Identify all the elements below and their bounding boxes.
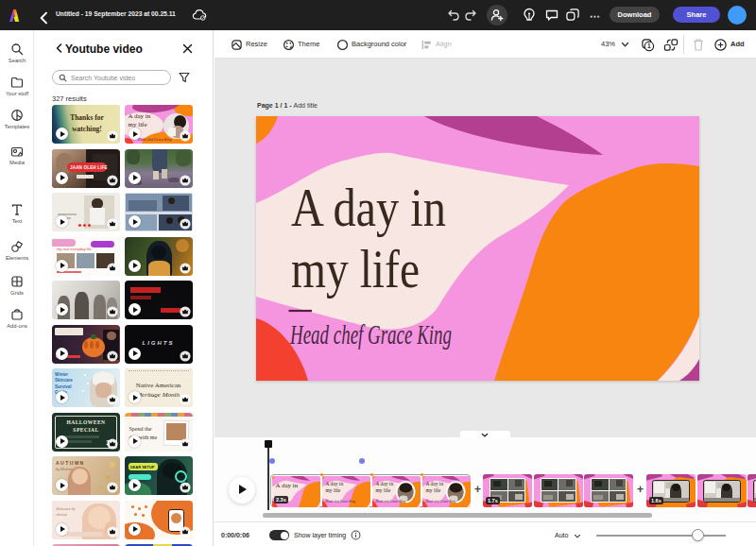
svg-text:A day in: A day in [291, 179, 446, 237]
svg-text:my life: my life [291, 240, 420, 299]
svg-text:1: 1 [647, 43, 651, 49]
svg-text:Head chef Grace King: Head chef Grace King [289, 319, 452, 350]
